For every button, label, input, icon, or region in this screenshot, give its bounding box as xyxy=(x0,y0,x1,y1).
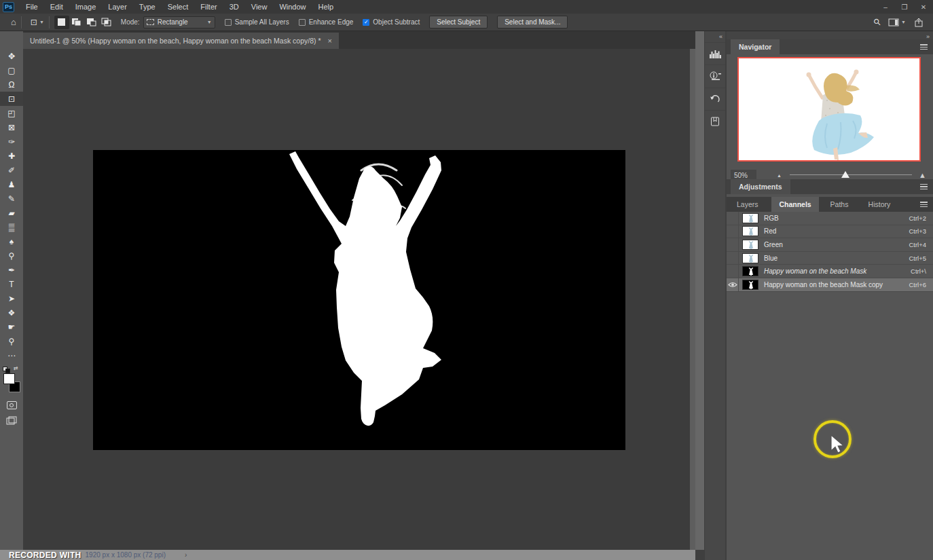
tab-paths[interactable]: Paths xyxy=(823,197,856,212)
move-tool[interactable]: ✥ xyxy=(0,49,23,63)
libraries-panel-button[interactable] xyxy=(705,110,725,132)
checkbox-sample-all-layers[interactable]: Sample All Layers xyxy=(225,18,289,26)
eraser-tool[interactable]: ▰ xyxy=(0,206,23,220)
mode-dropdown[interactable]: Rectangle ▼ xyxy=(143,16,215,29)
visibility-toggle-empty[interactable] xyxy=(727,252,739,265)
restore-button[interactable]: ❐ xyxy=(895,0,914,14)
menu-help[interactable]: Help xyxy=(312,0,340,14)
more-tools[interactable]: ⋯ xyxy=(0,348,23,362)
document-tab[interactable]: Untitled-1 @ 50% (Happy woman on the bea… xyxy=(23,33,339,49)
menu-image[interactable]: Image xyxy=(69,0,103,14)
menu-window[interactable]: Window xyxy=(273,0,312,14)
menu-type[interactable]: Type xyxy=(133,0,162,14)
marquee-tool[interactable]: ▢ xyxy=(0,63,23,77)
subtract-from-selection-mode-button[interactable] xyxy=(84,16,99,29)
info-panel-button[interactable] xyxy=(705,64,725,87)
channel-row-blue[interactable]: BlueCtrl+5 xyxy=(727,252,933,265)
visibility-toggle-empty[interactable] xyxy=(727,225,739,238)
visibility-toggle-empty[interactable] xyxy=(727,212,739,225)
navigator-panel-menu-icon[interactable] xyxy=(920,44,928,50)
zoom-out-icon[interactable]: ▲ xyxy=(777,173,782,178)
pen-tool[interactable]: ✒ xyxy=(0,263,23,277)
foreground-color-swatch[interactable] xyxy=(3,373,15,384)
shape-tool[interactable]: ❖ xyxy=(0,305,23,320)
tab-layers[interactable]: Layers xyxy=(729,197,766,212)
history-brush-tool[interactable]: ✎ xyxy=(0,191,23,206)
new-selection-mode-button[interactable] xyxy=(54,16,69,29)
blur-tool[interactable]: ♠ xyxy=(0,234,23,248)
share-icon[interactable] xyxy=(914,18,923,27)
checkbox-label: Sample All Layers xyxy=(235,18,289,26)
visibility-toggle-empty[interactable] xyxy=(727,265,739,278)
photoshop-logo-icon: Ps xyxy=(3,2,14,12)
healing-brush-tool[interactable]: ✚ xyxy=(0,149,23,163)
tab-navigator[interactable]: Navigator xyxy=(731,39,780,54)
channel-row-red[interactable]: RedCtrl+3 xyxy=(727,225,933,239)
channel-row-green[interactable]: GreenCtrl+4 xyxy=(727,238,933,252)
object-selection-tool[interactable]: ⊡ xyxy=(0,92,23,106)
checked-checkbox-icon[interactable]: ✓ xyxy=(363,19,369,26)
channel-shortcut: Ctrl+2 xyxy=(909,214,926,222)
status-options-chevron[interactable]: › xyxy=(185,551,187,559)
unchecked-checkbox-icon[interactable] xyxy=(225,19,232,26)
zoom-tool[interactable]: ⚲ xyxy=(0,334,23,348)
visibility-toggle-empty[interactable] xyxy=(727,238,739,251)
menu-file[interactable]: File xyxy=(20,0,44,14)
tab-channels[interactable]: Channels xyxy=(771,197,818,212)
frame-tool[interactable]: ⊠ xyxy=(0,120,23,134)
channel-row-happy-woman-on-the-beach-mask-copy[interactable]: Happy woman on the beach Mask copyCtrl+6 xyxy=(727,278,933,292)
mask-silhouette xyxy=(93,150,625,450)
options-right-icons: ⚲ ▼ xyxy=(874,17,923,27)
menu-edit[interactable]: Edit xyxy=(44,0,69,14)
menu-3d[interactable]: 3D xyxy=(223,0,245,14)
eyedropper-tool[interactable]: ✑ xyxy=(0,134,23,149)
clone-stamp-tool[interactable]: ♟ xyxy=(0,177,23,191)
histogram-panel-button[interactable] xyxy=(705,42,725,64)
dodge-tool[interactable]: ⚲ xyxy=(0,248,23,263)
collapse-panels-icon[interactable]: « xyxy=(719,33,722,40)
unchecked-checkbox-icon[interactable] xyxy=(299,19,306,26)
tool-preset-picker[interactable]: ⊡ ▼ xyxy=(31,18,44,27)
minimize-button[interactable]: – xyxy=(876,0,895,14)
type-tool[interactable]: T xyxy=(0,277,23,291)
menu-select[interactable]: Select xyxy=(162,0,195,14)
select-and-mask-button[interactable]: Select and Mask... xyxy=(497,16,568,29)
search-icon[interactable]: ⚲ xyxy=(871,16,883,28)
channel-row-happy-woman-on-the-beach-mask[interactable]: Happy woman on the beach MaskCtrl+\ xyxy=(727,265,933,278)
history-panel-button[interactable] xyxy=(705,88,725,110)
visibility-eye-icon[interactable] xyxy=(727,278,739,291)
add-to-selection-mode-button[interactable] xyxy=(69,16,84,29)
screen-mode-button[interactable] xyxy=(0,413,23,428)
slider-thumb[interactable] xyxy=(841,171,849,178)
lasso-tool[interactable]: Ω xyxy=(0,77,23,92)
gradient-tool[interactable]: ▒ xyxy=(0,220,23,234)
canvas-mask-view[interactable] xyxy=(93,150,625,450)
crop-tool[interactable]: ◰ xyxy=(0,106,23,120)
path-selection-tool[interactable]: ➤ xyxy=(0,291,23,305)
navigator-preview[interactable] xyxy=(737,57,921,162)
checkbox-object-subtract[interactable]: ✓Object Subtract xyxy=(363,18,420,26)
adjustments-panel-menu-icon[interactable] xyxy=(920,184,928,189)
channels-panel-menu-icon[interactable] xyxy=(920,202,928,207)
select-subject-button[interactable]: Select Subject xyxy=(429,16,488,29)
tab-close-icon[interactable]: × xyxy=(328,37,332,45)
brush-tool[interactable]: ✐ xyxy=(0,163,23,177)
swap-colors-icon[interactable]: ⇄ xyxy=(14,365,18,371)
menu-view[interactable]: View xyxy=(245,0,274,14)
quick-mask-mode-button[interactable] xyxy=(0,398,23,413)
menu-filter[interactable]: Filter xyxy=(194,0,223,14)
checkbox-enhance-edge[interactable]: Enhance Edge xyxy=(299,18,354,26)
intersect-selection-mode-button[interactable] xyxy=(99,16,114,29)
home-icon[interactable]: ⌂ xyxy=(11,17,16,27)
channel-name: Red xyxy=(764,227,776,235)
menu-layer[interactable]: Layer xyxy=(102,0,133,14)
channel-row-rgb[interactable]: RGBCtrl+2 xyxy=(727,212,933,225)
close-button[interactable]: ✕ xyxy=(914,0,933,14)
zoom-in-icon[interactable]: ▲ xyxy=(919,171,926,179)
dock-divider[interactable] xyxy=(695,31,704,550)
tab-adjustments[interactable]: Adjustments xyxy=(731,179,790,194)
navigator-zoom-slider[interactable] xyxy=(790,170,912,180)
tab-history[interactable]: History xyxy=(861,197,898,212)
hand-tool[interactable]: ☛ xyxy=(0,320,23,334)
workspace-switcher[interactable]: ▼ xyxy=(888,18,906,26)
